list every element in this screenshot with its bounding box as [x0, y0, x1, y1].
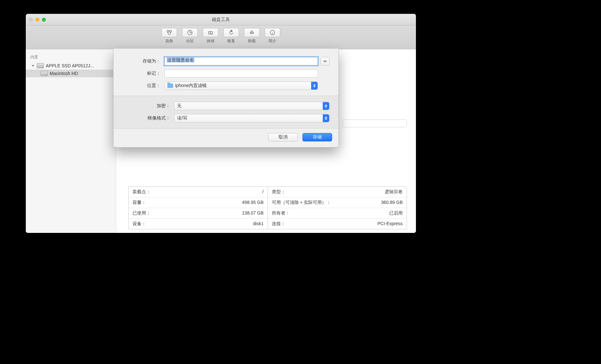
location-label: 位置： [123, 83, 164, 89]
saveas-input[interactable]: 这里随意命名 [164, 57, 318, 65]
select-arrows-icon [323, 102, 329, 110]
sidebar-item-label: Macintosh HD [50, 71, 78, 76]
stethoscope-icon [166, 30, 172, 35]
sidebar-item-label: APPLE SSD AP0512J... [46, 63, 94, 68]
table-row: 所有者：已启用 [268, 208, 407, 219]
svg-point-1 [170, 30, 172, 32]
folder-icon [167, 83, 173, 88]
toolbar-item-unmount[interactable]: 卸载 [243, 28, 261, 44]
toolbar-item-first-aid[interactable]: 急救 [161, 28, 178, 44]
table-row: 类型：逻辑宗卷 [268, 187, 407, 197]
cancel-button[interactable]: 取消 [268, 133, 298, 141]
select-arrows-icon [323, 114, 329, 122]
table-row: 连接：PCI-Express [268, 219, 407, 229]
close-button[interactable] [29, 18, 33, 22]
search-input-stub[interactable] [342, 120, 407, 127]
format-select[interactable]: 读/写 [174, 114, 330, 122]
location-popup[interactable]: iphone内置滤镜 [164, 81, 318, 90]
tags-input[interactable] [164, 69, 318, 78]
pie-chart-icon [187, 30, 193, 35]
main-panel: 可用 57 GB 装载点：/ 容量：498.95 GB 已使用：138.07 G… [116, 49, 416, 233]
sidebar-item-disk[interactable]: APPLE SSD AP0512J... [26, 62, 116, 70]
detail-col-left: 装载点：/ 容量：498.95 GB 已使用：138.07 GB 设备：disk… [129, 187, 268, 229]
format-value: 读/写 [177, 115, 187, 121]
encryption-select[interactable]: 无 [174, 102, 330, 110]
disclosure-triangle-icon[interactable] [32, 65, 34, 67]
save-sheet: 存储为： 这里随意命名 标记： [113, 49, 339, 148]
save-button[interactable]: 存储 [302, 133, 332, 141]
restore-icon [228, 30, 234, 35]
chevron-down-icon [323, 59, 327, 63]
sidebar: 内置 APPLE SSD AP0512J... Macintosh HD [26, 49, 116, 233]
location-value: iphone内置滤镜 [175, 83, 207, 89]
format-label: 映像格式： [123, 115, 174, 121]
toolbar-item-partition[interactable]: 分区 [181, 28, 199, 44]
disk-utility-window: 磁盘工具 急救 分区 抹掉 恢复 卸载 简介 内置 [26, 14, 416, 233]
table-row: 可用（可清除 + 实际可用）：360.89 GB [268, 197, 407, 208]
toolbar-item-erase[interactable]: 抹掉 [202, 28, 219, 44]
titlebar: 磁盘工具 [26, 14, 416, 25]
info-icon [270, 30, 275, 35]
saveas-label: 存储为： [123, 58, 164, 64]
disk-icon [41, 71, 48, 76]
window-title: 磁盘工具 [26, 17, 416, 23]
detail-col-right: 类型：逻辑宗卷 可用（可清除 + 实际可用）：360.89 GB 所有者：已启用… [268, 187, 407, 229]
tags-label: 标记： [123, 71, 164, 76]
table-row: 容量：498.95 GB [129, 197, 268, 208]
encryption-label: 加密： [123, 103, 174, 109]
table-row: 设备：disk1 [129, 219, 268, 229]
traffic-lights [29, 18, 46, 22]
toolbar-item-restore[interactable]: 恢复 [222, 28, 240, 44]
table-row: 已使用：138.07 GB [129, 208, 268, 219]
svg-point-0 [167, 30, 169, 32]
toolbar: 急救 分区 抹掉 恢复 卸载 简介 [26, 25, 416, 49]
sidebar-section-internal: 内置 [26, 53, 116, 62]
table-row: 装载点：/ [129, 187, 268, 197]
maximize-button[interactable] [42, 18, 46, 22]
expand-button[interactable] [320, 57, 330, 65]
minimize-button[interactable] [35, 18, 39, 22]
sidebar-item-volume[interactable]: Macintosh HD [26, 70, 116, 77]
disk-icon [37, 63, 44, 68]
toolbar-item-info[interactable]: 简介 [264, 28, 281, 44]
detail-table: 装载点：/ 容量：498.95 GB 已使用：138.07 GB 设备：disk… [128, 187, 407, 229]
eraser-icon [208, 30, 213, 35]
encryption-value: 无 [177, 103, 182, 109]
popup-arrows-icon [311, 82, 318, 90]
eject-icon [249, 30, 255, 35]
